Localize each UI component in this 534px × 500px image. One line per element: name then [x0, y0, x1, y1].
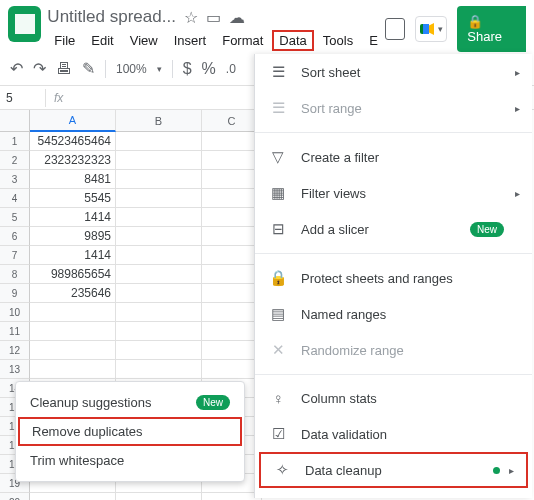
col-header-A[interactable]: A [30, 110, 116, 132]
cell[interactable] [116, 341, 202, 360]
cell[interactable] [30, 322, 116, 341]
cell[interactable] [30, 360, 116, 379]
row-header[interactable]: 4 [0, 189, 30, 208]
share-button[interactable]: 🔒 Share [457, 6, 526, 52]
undo-icon[interactable]: ↶ [10, 59, 23, 78]
dd-split-text[interactable]: ↔Split text to columns [255, 488, 532, 500]
cell[interactable]: 5545 [30, 189, 116, 208]
move-icon[interactable]: ▭ [206, 8, 221, 27]
row-header[interactable]: 2 [0, 151, 30, 170]
row-header[interactable]: 5 [0, 208, 30, 227]
menu-extensions[interactable]: E [362, 30, 385, 51]
menu-file[interactable]: File [47, 30, 82, 51]
cell[interactable] [30, 493, 116, 500]
menu-view[interactable]: View [123, 30, 165, 51]
cell[interactable] [116, 189, 202, 208]
cell[interactable] [116, 493, 202, 500]
cell[interactable] [202, 265, 262, 284]
row-header[interactable]: 10 [0, 303, 30, 322]
row-header[interactable]: 1 [0, 132, 30, 151]
cell[interactable] [30, 303, 116, 322]
row-header[interactable]: 13 [0, 360, 30, 379]
row-header[interactable]: 12 [0, 341, 30, 360]
submenu-cleanup-suggestions[interactable]: Cleanup suggestions New [16, 388, 244, 417]
row-header[interactable]: 20 [0, 493, 30, 500]
row-header[interactable]: 9 [0, 284, 30, 303]
zoom-select[interactable]: 100% [116, 62, 147, 76]
row-header[interactable]: 3 [0, 170, 30, 189]
menu-insert[interactable]: Insert [167, 30, 214, 51]
cell[interactable] [116, 303, 202, 322]
currency-icon[interactable]: $ [183, 60, 192, 78]
menu-data[interactable]: Data [272, 30, 313, 51]
cell[interactable]: 2323232323 [30, 151, 116, 170]
cell[interactable]: 1414 [30, 246, 116, 265]
paint-format-icon[interactable]: ✎ [82, 59, 95, 78]
cell[interactable] [202, 303, 262, 322]
dd-create-filter[interactable]: ▽Create a filter [255, 139, 532, 175]
col-header-C[interactable]: C [202, 110, 262, 132]
cell[interactable] [202, 246, 262, 265]
cell[interactable] [202, 170, 262, 189]
cell[interactable] [202, 284, 262, 303]
dd-randomize: ✕Randomize range [255, 332, 532, 368]
cell[interactable] [116, 246, 202, 265]
comment-icon[interactable] [385, 18, 405, 40]
cell[interactable] [116, 322, 202, 341]
dd-protect[interactable]: 🔒Protect sheets and ranges [255, 260, 532, 296]
dd-sort-sheet[interactable]: ☰Sort sheet▸ [255, 54, 532, 90]
dd-column-stats[interactable]: ♀Column stats [255, 381, 532, 416]
select-all-corner[interactable] [0, 110, 30, 132]
print-icon[interactable]: 🖶 [56, 60, 72, 78]
row-header[interactable]: 11 [0, 322, 30, 341]
cell[interactable] [202, 151, 262, 170]
row-header[interactable]: 6 [0, 227, 30, 246]
sort-range-icon: ☰ [269, 99, 287, 117]
cell[interactable] [116, 151, 202, 170]
sheets-logo[interactable] [8, 6, 41, 42]
cell[interactable] [30, 341, 116, 360]
cell[interactable] [116, 208, 202, 227]
menu-format[interactable]: Format [215, 30, 270, 51]
cell[interactable] [202, 360, 262, 379]
row-header[interactable]: 8 [0, 265, 30, 284]
cell[interactable]: 1414 [30, 208, 116, 227]
dd-data-cleanup[interactable]: ✧Data cleanup▸ [259, 452, 528, 488]
dd-named-ranges[interactable]: ▤Named ranges [255, 296, 532, 332]
cell[interactable] [116, 265, 202, 284]
meet-icon[interactable]: ▾ [415, 16, 447, 42]
cell[interactable] [202, 493, 262, 500]
cell[interactable] [202, 227, 262, 246]
cell[interactable]: 54523465464 [30, 132, 116, 151]
menu-edit[interactable]: Edit [84, 30, 120, 51]
cell[interactable] [202, 341, 262, 360]
cell[interactable] [202, 189, 262, 208]
decrease-decimal-icon[interactable]: .0 [226, 62, 236, 76]
cell[interactable] [116, 227, 202, 246]
dd-filter-views[interactable]: ▦Filter views▸ [255, 175, 532, 211]
cell[interactable]: 989865654 [30, 265, 116, 284]
cell[interactable]: 8481 [30, 170, 116, 189]
cell[interactable] [116, 284, 202, 303]
cell[interactable] [116, 360, 202, 379]
redo-icon[interactable]: ↷ [33, 59, 46, 78]
star-icon[interactable]: ☆ [184, 8, 198, 27]
cell[interactable] [116, 170, 202, 189]
cell[interactable] [202, 322, 262, 341]
document-title[interactable]: Untitled spread... [47, 7, 176, 27]
dd-add-slicer[interactable]: ⊟Add a slicerNew [255, 211, 532, 247]
row-header[interactable]: 7 [0, 246, 30, 265]
menu-tools[interactable]: Tools [316, 30, 360, 51]
percent-icon[interactable]: % [202, 60, 216, 78]
cell[interactable] [116, 132, 202, 151]
cell[interactable] [202, 208, 262, 227]
submenu-trim-whitespace[interactable]: Trim whitespace [16, 446, 244, 475]
submenu-remove-duplicates[interactable]: Remove duplicates [18, 417, 242, 446]
name-box[interactable]: 5 [0, 89, 46, 107]
cell[interactable]: 9895 [30, 227, 116, 246]
cloud-icon[interactable]: ☁ [229, 8, 245, 27]
dd-data-validation[interactable]: ☑Data validation [255, 416, 532, 452]
col-header-B[interactable]: B [116, 110, 202, 132]
cell[interactable]: 235646 [30, 284, 116, 303]
cell[interactable] [202, 132, 262, 151]
